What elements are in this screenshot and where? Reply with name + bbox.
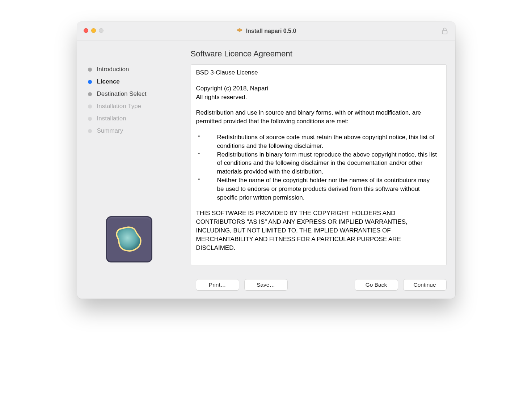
step-dot-icon (88, 104, 92, 108)
step-introduction: Introduction (88, 66, 183, 73)
svg-rect-0 (442, 30, 447, 34)
footer: Print… Save… Go Back Continue (77, 273, 455, 299)
license-clauses: Redistributions of source code must reta… (196, 133, 438, 202)
license-disclaimer: THIS SOFTWARE IS PROVIDED BY THE COPYRIG… (196, 209, 438, 252)
license-title: BSD 3-Clause License (196, 68, 438, 77)
zoom-button-disabled (99, 28, 104, 33)
titlebar: Install napari 0.5.0 (77, 22, 455, 40)
installer-window: Install napari 0.5.0 Introduction Licenc… (77, 22, 455, 299)
step-label: Destination Select (97, 90, 147, 98)
step-label: Installation (97, 115, 126, 122)
sidebar: Introduction Licence Destination Select … (86, 49, 183, 273)
step-label: Introduction (97, 66, 129, 73)
step-licence: Licence (88, 78, 183, 85)
print-button[interactable]: Print… (196, 279, 239, 291)
step-dot-icon (88, 68, 92, 72)
license-text[interactable]: BSD 3-Clause License Copyright (c) 2018,… (191, 64, 447, 265)
step-label: Licence (97, 78, 120, 85)
continue-button[interactable]: Continue (403, 279, 447, 291)
step-dot-icon (88, 80, 92, 84)
step-installation: Installation (88, 115, 183, 122)
step-installation-type: Installation Type (88, 103, 183, 110)
license-clause: Redistributions of source code must reta… (198, 133, 438, 150)
app-logo (106, 216, 152, 262)
step-list: Introduction Licence Destination Select … (86, 49, 183, 134)
step-summary: Summary (88, 127, 183, 134)
step-dot-icon (88, 92, 92, 96)
license-rights: All rights reserved. (196, 93, 438, 102)
step-label: Installation Type (97, 103, 142, 110)
minimize-button[interactable] (91, 28, 96, 33)
traffic-lights (84, 28, 104, 33)
go-back-button[interactable]: Go Back (355, 279, 398, 291)
package-icon (236, 27, 243, 35)
license-clause: Neither the name of the copyright holder… (198, 176, 438, 202)
step-label: Summary (97, 127, 123, 134)
license-intro: Redistribution and use in source and bin… (196, 108, 438, 126)
license-clause: Redistributions in binary form must repr… (198, 150, 438, 176)
save-button[interactable]: Save… (244, 279, 288, 291)
lock-icon[interactable] (442, 27, 448, 35)
license-copyright: Copyright (c) 2018, Napari (196, 84, 438, 93)
page-title: Software Licence Agreement (191, 49, 447, 59)
step-destination-select: Destination Select (88, 90, 183, 98)
step-dot-icon (88, 117, 92, 121)
step-dot-icon (88, 129, 92, 133)
window-title: Install napari 0.5.0 (246, 28, 296, 34)
close-button[interactable] (84, 28, 88, 33)
